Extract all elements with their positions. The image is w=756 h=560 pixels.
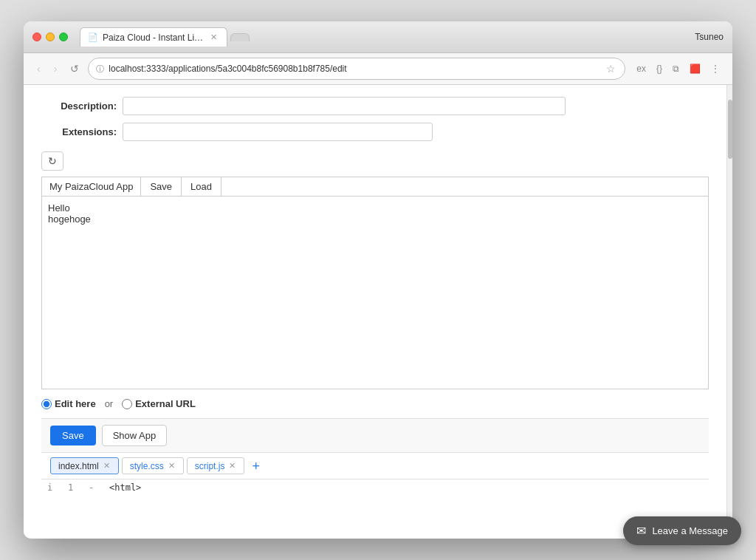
- address-bar: ⓘ ☆: [88, 58, 625, 80]
- action-bar: Save Show App: [41, 418, 709, 453]
- url-input[interactable]: [109, 64, 600, 74]
- main-area: Description: Extensions: ↻ My PaizaCloud…: [24, 85, 726, 539]
- file-tab-js-name: script.js: [195, 461, 225, 471]
- user-name: Tsuneo: [695, 32, 724, 42]
- browser-window: 📄 Paiza Cloud - Instant Linux wi... ✕ Ts…: [24, 21, 732, 539]
- preview-app-name: My PaizaCloud App: [42, 177, 141, 196]
- menu-button[interactable]: ⋮: [707, 61, 724, 76]
- preview-save-button[interactable]: Save: [141, 177, 182, 196]
- title-bar: 📄 Paiza Cloud - Instant Linux wi... ✕ Ts…: [24, 21, 732, 53]
- inactive-tab[interactable]: [230, 33, 250, 41]
- add-file-button[interactable]: +: [247, 458, 264, 474]
- show-app-button[interactable]: Show App: [102, 425, 168, 446]
- code-area: i 1 - <html>: [41, 479, 709, 496]
- file-tab-html-close-icon[interactable]: ✕: [103, 460, 111, 471]
- extension-color-button[interactable]: 🟥: [686, 61, 704, 76]
- code-line[interactable]: <html>: [109, 482, 141, 493]
- external-url-label: External URL: [135, 398, 196, 409]
- scrollbar-thumb[interactable]: [728, 100, 732, 159]
- file-tab-css[interactable]: style.css ✕: [122, 457, 184, 474]
- nav-bar: ‹ › ↺ ⓘ ☆ ex {} ⧉ 🟥 ⋮: [24, 53, 732, 85]
- extension-copy-button[interactable]: ⧉: [669, 61, 683, 76]
- forward-button[interactable]: ›: [49, 61, 62, 77]
- extension-ex-button[interactable]: ex: [633, 61, 650, 76]
- file-tab-html-name: index.html: [58, 461, 99, 471]
- file-tab-css-close-icon[interactable]: ✕: [168, 460, 176, 471]
- file-tab-css-name: style.css: [130, 461, 164, 471]
- external-url-option[interactable]: External URL: [122, 398, 196, 409]
- line-number-separator: -: [89, 482, 103, 493]
- refresh-button[interactable]: ↻: [41, 151, 63, 171]
- or-text: or: [105, 398, 114, 409]
- minimize-button[interactable]: [46, 33, 55, 41]
- preview-line1: Hello: [48, 202, 702, 214]
- extensions-input[interactable]: [123, 123, 433, 141]
- edit-here-option[interactable]: Edit here: [41, 398, 96, 409]
- traffic-lights: [32, 33, 68, 41]
- tab-title: Paiza Cloud - Instant Linux wi...: [103, 33, 204, 43]
- leave-message-label: Leave a Message: [652, 525, 728, 536]
- file-tab-html[interactable]: index.html ✕: [50, 457, 119, 474]
- preview-content: Hello hogehoge: [42, 197, 708, 389]
- leave-message-widget[interactable]: ✉ Leave a Message: [623, 516, 741, 545]
- page-content: Description: Extensions: ↻ My PaizaCloud…: [24, 85, 732, 539]
- external-url-radio[interactable]: [122, 399, 132, 409]
- line-number: 1: [68, 482, 83, 493]
- file-tab-js-close-icon[interactable]: ✕: [228, 460, 236, 471]
- extensions-row: Extensions:: [41, 123, 709, 141]
- save-button[interactable]: Save: [50, 426, 96, 445]
- browser-extensions: ex {} ⧉ 🟥 ⋮: [633, 61, 724, 76]
- edit-here-label: Edit here: [55, 398, 96, 409]
- file-tabs: index.html ✕ style.css ✕ script.js ✕ +: [41, 453, 709, 479]
- info-icon: ⓘ: [96, 64, 104, 75]
- reload-button[interactable]: ↺: [66, 61, 83, 77]
- tab-favicon-icon: 📄: [88, 33, 98, 42]
- scrollbar[interactable]: [726, 85, 732, 539]
- extensions-label: Extensions:: [41, 126, 123, 137]
- mail-icon: ✉: [636, 524, 646, 538]
- file-tab-js[interactable]: script.js ✕: [187, 457, 245, 474]
- extension-code-button[interactable]: {}: [653, 61, 666, 76]
- preview-container: My PaizaCloud App Save Load Hello hogeho…: [41, 177, 709, 389]
- close-button[interactable]: [32, 33, 41, 41]
- line-indicator: i: [47, 482, 62, 493]
- tab-close-icon[interactable]: ✕: [208, 32, 219, 43]
- preview-load-button[interactable]: Load: [182, 177, 221, 196]
- tab-bar: 📄 Paiza Cloud - Instant Linux wi... ✕: [80, 27, 689, 47]
- description-row: Description:: [41, 97, 709, 115]
- edit-mode-group: Edit here or External URL: [41, 398, 709, 409]
- edit-here-radio[interactable]: [41, 399, 52, 409]
- description-label: Description:: [41, 100, 123, 112]
- back-button[interactable]: ‹: [32, 61, 45, 77]
- address-bar-actions: ☆: [605, 61, 617, 76]
- bookmark-button[interactable]: ☆: [605, 61, 617, 76]
- preview-toolbar: My PaizaCloud App Save Load: [42, 177, 708, 197]
- description-input[interactable]: [123, 97, 566, 115]
- active-tab[interactable]: 📄 Paiza Cloud - Instant Linux wi... ✕: [80, 27, 227, 47]
- preview-line2: hogehoge: [48, 214, 702, 225]
- maximize-button[interactable]: [59, 33, 68, 41]
